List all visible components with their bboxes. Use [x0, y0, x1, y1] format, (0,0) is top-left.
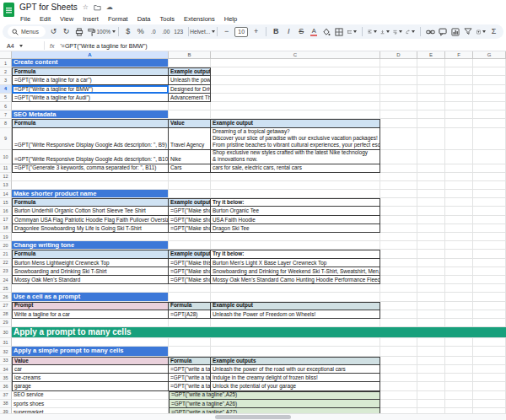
- cell-D22[interactable]: [380, 259, 417, 267]
- column-header-F[interactable]: F: [445, 51, 473, 59]
- filter-views-button[interactable]: [476, 26, 486, 37]
- cell-F14[interactable]: [445, 190, 473, 198]
- cell-B20[interactable]: [169, 241, 211, 250]
- cell-F35[interactable]: [445, 374, 473, 382]
- row-header-8[interactable]: 8: [0, 119, 12, 127]
- menu-data[interactable]: Data: [137, 15, 152, 23]
- cell-D14[interactable]: [380, 190, 417, 198]
- cell-E3[interactable]: [417, 76, 445, 84]
- cell-B36[interactable]: =GPT("write a taglin: [169, 382, 211, 390]
- cell-B13[interactable]: [169, 181, 211, 190]
- cell-D23[interactable]: [380, 267, 417, 276]
- cell-C12[interactable]: [211, 173, 380, 181]
- cell-D29[interactable]: [380, 319, 417, 327]
- cell-G16[interactable]: [473, 207, 506, 215]
- cell-C3[interactable]: [211, 76, 380, 84]
- cell-D34[interactable]: [380, 365, 417, 374]
- cell-G11[interactable]: [473, 164, 506, 173]
- cell-C24[interactable]: Mossy Oak Men's Standard Camo Hunting Ho…: [211, 276, 380, 284]
- cell-C2[interactable]: [211, 67, 380, 76]
- column-header-G[interactable]: G: [473, 51, 506, 59]
- cell-B11[interactable]: Cars: [169, 164, 211, 173]
- cell-G18[interactable]: [473, 224, 506, 233]
- menu-edit[interactable]: Edit: [39, 15, 51, 23]
- row-header-38[interactable]: 38: [0, 400, 12, 408]
- cell-E13[interactable]: [417, 181, 445, 190]
- cell-G15[interactable]: [473, 198, 506, 207]
- cell-D19[interactable]: [380, 233, 417, 241]
- cell-E2[interactable]: [417, 67, 445, 76]
- cell-D20[interactable]: [380, 241, 417, 250]
- cell-G31[interactable]: [473, 338, 506, 347]
- cell-D38[interactable]: [380, 400, 417, 408]
- cell-F37[interactable]: [445, 391, 473, 400]
- cell-C22[interactable]: Burton Men's Light X Base Layer Crewneck…: [211, 259, 380, 267]
- italic-button[interactable]: I: [284, 26, 293, 37]
- cell-D15[interactable]: [380, 198, 417, 207]
- cell-B32[interactable]: [169, 347, 211, 357]
- cell-B25[interactable]: [169, 284, 211, 293]
- redo-button[interactable]: ↻: [62, 26, 71, 37]
- decrease-decimal-button[interactable]: .0: [148, 26, 158, 37]
- cell-C21[interactable]: Try it below:: [211, 250, 380, 258]
- cell-E21[interactable]: [417, 250, 445, 258]
- scrollbar-thumb[interactable]: [215, 415, 291, 419]
- cell-C29[interactable]: [211, 319, 380, 327]
- functions-button[interactable]: Σ: [489, 26, 498, 37]
- cell-C11[interactable]: cars for sale, electric cars, rental car…: [211, 164, 380, 173]
- cell-E28[interactable]: [417, 310, 445, 319]
- cell-D10[interactable]: [380, 150, 417, 164]
- row-header-34[interactable]: 34: [0, 365, 12, 374]
- row-header-26[interactable]: 26: [0, 293, 12, 301]
- cell-B29[interactable]: [169, 319, 211, 327]
- cell-E8[interactable]: [417, 119, 445, 127]
- cell-E22[interactable]: [417, 259, 445, 267]
- cell-E1[interactable]: [417, 59, 445, 67]
- star-icon[interactable]: ☆: [83, 4, 89, 11]
- cell-F6[interactable]: [445, 102, 473, 110]
- cell-E35[interactable]: [417, 374, 445, 382]
- create-filter-button[interactable]: [464, 26, 473, 37]
- row-header-11[interactable]: 11: [0, 164, 12, 173]
- cell-G10[interactable]: [473, 150, 506, 164]
- cell-E29[interactable]: [417, 319, 445, 327]
- cell-F29[interactable]: [445, 319, 473, 327]
- row-header-35[interactable]: 35: [0, 374, 12, 382]
- insert-chart-button[interactable]: [451, 26, 460, 37]
- cell-D12[interactable]: [380, 173, 417, 181]
- cell-A22[interactable]: Burton Mens Lightweight Crewneck Top: [12, 259, 169, 267]
- document-title[interactable]: GPT for Sheets: [19, 3, 78, 12]
- row-header-12[interactable]: 12: [0, 173, 12, 181]
- cell-G32[interactable]: [473, 347, 506, 357]
- cell-A8[interactable]: Formula: [12, 119, 169, 127]
- cell-E4[interactable]: [417, 85, 445, 94]
- cell-D8[interactable]: [380, 119, 417, 127]
- cell-D25[interactable]: [380, 284, 417, 293]
- cell-C8[interactable]: Example output: [211, 119, 380, 127]
- cell-F12[interactable]: [445, 173, 473, 181]
- cell-G14[interactable]: [473, 190, 506, 198]
- cell-C16[interactable]: Burton Organic Tee: [211, 207, 380, 215]
- cell-B28[interactable]: =GPT(A28): [169, 310, 211, 319]
- cell-A6[interactable]: [12, 102, 169, 110]
- cell-A3[interactable]: =GPT("Write a tagline for a car"): [12, 76, 169, 84]
- cell-B31[interactable]: [169, 338, 211, 347]
- cell-E33[interactable]: [417, 357, 445, 365]
- cell-A24[interactable]: Mossy Oak Men's Standard: [12, 276, 169, 284]
- text-wrap-button[interactable]: [393, 26, 402, 37]
- cell-B12[interactable]: [169, 173, 211, 181]
- cloud-saved-icon[interactable]: ☁: [106, 4, 113, 11]
- cell-A19[interactable]: [12, 233, 169, 241]
- row-header-9[interactable]: 9: [0, 128, 12, 150]
- cell-G19[interactable]: [473, 233, 506, 241]
- cell-C18[interactable]: Dragon Ski Tee: [211, 224, 380, 233]
- cell-C9[interactable]: Dreaming of a tropical getaway? Discover…: [211, 128, 380, 150]
- cell-D9[interactable]: [380, 128, 417, 150]
- cell-D37[interactable]: [380, 391, 417, 400]
- cell-A32[interactable]: Apply a simple prompt to many cells: [12, 347, 169, 357]
- row-header-32[interactable]: 32: [0, 347, 12, 357]
- cell-B4[interactable]: Designed for Driving Pleasure: [169, 85, 211, 94]
- cell-E14[interactable]: [417, 190, 445, 198]
- cell-G4[interactable]: [473, 85, 506, 94]
- cell-G22[interactable]: [473, 259, 506, 267]
